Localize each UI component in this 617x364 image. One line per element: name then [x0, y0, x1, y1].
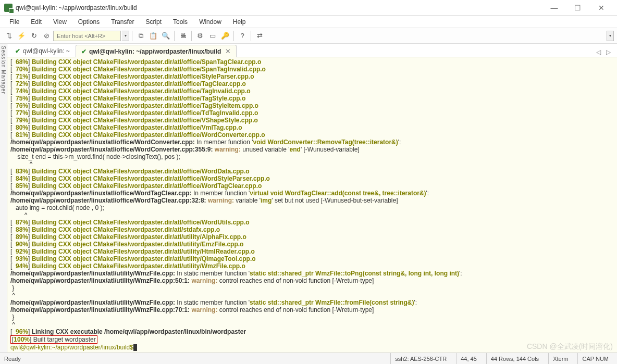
- title-bar: qwl@qwl-kylin: ~/app/wordpaster/linux/bu…: [0, 0, 617, 16]
- menu-help[interactable]: Help: [228, 17, 251, 27]
- status-bar: Ready ssh2: AES-256-CTR 44, 45 44 Rows, …: [0, 353, 617, 364]
- print-icon[interactable]: 🖶: [177, 30, 189, 42]
- tab-label: qwl@qwl-kylin: ~/app/wordpaster/linux/bu…: [89, 48, 221, 55]
- tab-prev-icon[interactable]: ◁: [594, 47, 603, 57]
- settings-icon[interactable]: ⚙: [194, 30, 206, 42]
- status-dimensions: 44 Rows, 144 Cols: [486, 353, 543, 364]
- menu-transfer[interactable]: Transfer: [106, 17, 139, 27]
- sftp-icon[interactable]: ⇄: [254, 30, 265, 42]
- key-icon[interactable]: 🔑: [219, 30, 231, 42]
- status-term: Xterm: [548, 353, 572, 364]
- tab-label: qwl@qwl-kylin: ~: [23, 47, 70, 55]
- tab-nav: ◁ ▷: [592, 47, 615, 57]
- find-icon[interactable]: 🔍: [160, 30, 171, 42]
- tab-next-icon[interactable]: ▷: [604, 47, 613, 57]
- session-manager-panel[interactable]: Session Manager: [0, 44, 7, 353]
- toolbar-overflow[interactable]: ▾: [607, 31, 614, 41]
- help-icon[interactable]: ?: [237, 30, 248, 42]
- connected-icon: ✔: [15, 47, 20, 55]
- status-cursor-pos: 44, 45: [456, 353, 481, 364]
- connected-icon: ✔: [81, 48, 87, 55]
- menu-options[interactable]: Options: [73, 17, 105, 27]
- close-button[interactable]: ✕: [589, 1, 613, 15]
- menu-script[interactable]: Script: [140, 17, 167, 27]
- tab-1[interactable]: ✔qwl@qwl-kylin: ~/app/wordpaster/linux/b…: [76, 45, 237, 57]
- host-dropdown[interactable]: ▾: [122, 31, 129, 41]
- disconnect-icon[interactable]: ⊘: [41, 30, 52, 42]
- menu-edit[interactable]: Edit: [26, 17, 47, 27]
- status-connection: ssh2: AES-256-CTR: [390, 353, 451, 364]
- menu-window[interactable]: Window: [194, 17, 227, 27]
- status-ready: Ready: [4, 356, 21, 362]
- tab-bar: ✔qwl@qwl-kylin: ~✔qwl@qwl-kylin: ~/app/w…: [7, 44, 617, 57]
- reconnect-icon[interactable]: ⇅: [3, 30, 15, 42]
- maximize-button[interactable]: ☐: [566, 1, 589, 15]
- menu-bar: FileEditViewOptionsTransferScriptToolsWi…: [0, 16, 617, 28]
- paste-icon[interactable]: 📋: [147, 30, 159, 42]
- session-manager-label: Session Manager: [1, 46, 6, 94]
- app-icon: [4, 4, 13, 12]
- terminal-output[interactable]: [ 68%] Building CXX object CMakeFiles/wo…: [7, 57, 617, 353]
- menu-file[interactable]: File: [4, 17, 24, 27]
- minimize-button[interactable]: —: [542, 1, 566, 15]
- host-input[interactable]: [53, 31, 121, 41]
- tab-close-icon[interactable]: ✕: [225, 47, 231, 55]
- window-title: qwl@qwl-kylin: ~/app/wordpaster/linux/bu…: [16, 4, 542, 11]
- status-caps: CAP NUM: [577, 353, 613, 364]
- menu-tools[interactable]: Tools: [168, 17, 193, 27]
- reconnect-all-icon[interactable]: ↻: [28, 30, 40, 42]
- menu-view[interactable]: View: [48, 17, 72, 27]
- tab-0[interactable]: ✔qwl@qwl-kylin: ~: [9, 44, 76, 57]
- copy-icon[interactable]: ⧉: [135, 30, 146, 42]
- toolbar: ⇅ ⚡ ↻ ⊘ ▾ ⧉ 📋 🔍 🖶 ⚙ ▭ 🔑 ? ⇄ ▾: [0, 28, 617, 44]
- quick-connect-icon[interactable]: ⚡: [16, 30, 27, 42]
- session-options-icon[interactable]: ▭: [207, 30, 218, 42]
